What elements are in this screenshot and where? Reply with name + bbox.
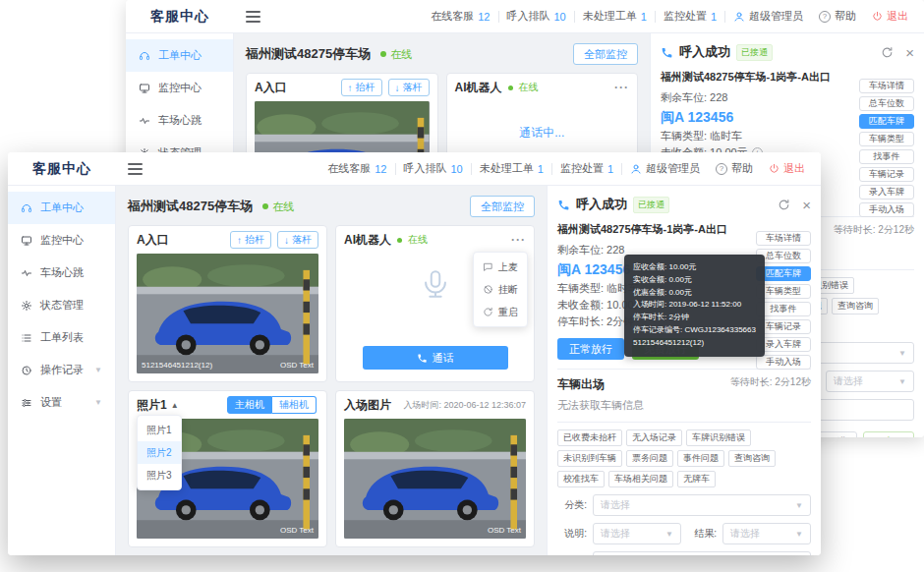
photo-option-1[interactable]: 照片1 <box>138 419 181 441</box>
ai-title: AI机器人 <box>455 80 502 96</box>
all-monitor-button[interactable]: 全部监控 <box>573 43 638 65</box>
more-icon[interactable]: ··· <box>614 81 629 94</box>
calling-status: 通话中... <box>519 125 564 142</box>
help-button[interactable]: ? 帮助 <box>811 9 864 24</box>
side-button-manual-entry[interactable]: 手动入场 <box>756 355 811 370</box>
lower-barrier-button[interactable]: ↓ 落杆 <box>277 231 318 249</box>
sidebar-item-monitor-center[interactable]: 监控中心 <box>8 224 115 257</box>
arrow-up-icon: ↑ <box>237 235 242 246</box>
online-status: 在线 <box>272 200 294 214</box>
sidebar-item-settings[interactable]: 设置 ▼ <box>8 386 115 419</box>
tag-paid-not-raised[interactable]: 已收费未抬杆 <box>557 429 622 446</box>
tag-inquiry[interactable]: 查询咨询 <box>728 450 776 467</box>
result-select[interactable]: 请选择 ▼ <box>722 523 811 544</box>
result-select[interactable]: 请选择 ▼ <box>826 371 914 392</box>
sidebar-item-workorder-center[interactable]: 工单中心 <box>8 192 115 224</box>
tag-inquiry[interactable]: 查询咨询 <box>832 298 879 315</box>
sidebar-item-status-management[interactable]: 状态管理 <box>8 289 115 321</box>
entry-time: 入场时间: 2020-06-12 12:36:07 <box>403 399 526 412</box>
entry-photo[interactable]: OSD Text <box>344 419 526 539</box>
person-icon <box>630 163 642 175</box>
tag-event-issue[interactable]: 事件问题 <box>677 450 724 467</box>
call-button[interactable]: 通话 <box>363 346 508 370</box>
done-button[interactable]: 已完成 <box>863 431 914 437</box>
side-button-manual-entry[interactable]: 手动入场 <box>859 202 914 217</box>
logout-button[interactable]: 退出 <box>761 161 813 176</box>
tag-find-car[interactable]: 校准找车 <box>557 471 605 487</box>
ai-title: AI机器人 <box>344 232 391 249</box>
main-camera-toggle[interactable]: 主相机 <box>227 396 272 414</box>
side-button-lot-detail[interactable]: 车场详情 <box>859 79 914 93</box>
tag-ticket-issue[interactable]: 票务问题 <box>626 450 673 467</box>
chevron-down-icon: ▼ <box>898 349 906 358</box>
sidebar-item-parking-heartbeat[interactable]: 车场心跳 <box>126 104 233 137</box>
all-monitor-button[interactable]: 全部监控 <box>470 196 535 217</box>
side-button-vehicle-type[interactable]: 车辆类型 <box>859 132 914 146</box>
menu-item-hangup[interactable]: 挂断 <box>474 278 527 301</box>
sidebar-item-workorder-list[interactable]: 工单列表 <box>8 321 115 354</box>
lower-label: 落杆 <box>403 81 423 94</box>
nav-pending-orders[interactable]: 未处理工单 1 <box>575 9 655 24</box>
desc-select[interactable]: 请选择 ▼ <box>593 523 681 544</box>
sub-camera-toggle[interactable]: 辅相机 <box>272 396 317 414</box>
normal-pass-button[interactable]: 正常放行 <box>557 338 624 360</box>
admin-badge[interactable]: 超级管理员 <box>622 161 708 176</box>
sidebar-item-workorder-center[interactable]: 工单中心 <box>126 39 233 72</box>
refresh-icon[interactable] <box>778 199 790 211</box>
tag-no-plate[interactable]: 无牌车 <box>677 471 716 487</box>
nav-monitor-handle[interactable]: 监控处置 1 <box>552 161 621 176</box>
photo-option-3[interactable]: 照片3 <box>138 464 181 486</box>
side-button-lot-detail[interactable]: 车场详情 <box>756 231 811 246</box>
more-icon[interactable]: ··· <box>511 233 526 247</box>
photo-option-2[interactable]: 照片2 <box>138 441 181 464</box>
station-title: 福州测试48275停车场-1岗亭-A出口 <box>557 222 750 237</box>
nav-call-queue[interactable]: 呼入排队 10 <box>396 161 471 176</box>
gate-title: A入口 <box>137 232 169 249</box>
nav-call-queue[interactable]: 呼入排队 10 <box>499 9 574 24</box>
sidebar-item-operation-log[interactable]: 操作记录 ▼ <box>8 354 115 386</box>
nav-online-agents[interactable]: 在线客服 12 <box>319 161 394 176</box>
nav-online-agents[interactable]: 在线客服 12 <box>423 9 497 24</box>
side-button-match-plate[interactable]: 匹配车牌 <box>859 114 914 129</box>
help-button[interactable]: ? 帮助 <box>708 161 761 176</box>
admin-badge[interactable]: 超级管理员 <box>725 9 811 24</box>
logout-button[interactable]: 退出 <box>864 9 916 24</box>
nav-monitor-handle[interactable]: 监控处置 1 <box>656 9 724 24</box>
nav-pending-orders[interactable]: 未处理工单 1 <box>472 161 551 176</box>
app-header: 客服中心 在线客服 12 呼入排队 10 未处理工单 1 <box>126 0 924 33</box>
gate-camera-feed[interactable]: 5121546451212(12) OSD Text <box>137 254 318 373</box>
nav-monitor-count: 1 <box>711 11 717 23</box>
app-header: 客服中心 在线客服 12 呼入排队 10 未处理工单 1 <box>8 152 821 186</box>
note-input[interactable] <box>593 551 811 555</box>
side-button-find-event[interactable]: 找事件 <box>859 149 914 164</box>
menu-item-mic-on[interactable]: 上麦 <box>474 256 527 278</box>
menu-collapse-icon[interactable] <box>246 11 260 23</box>
menu-item-restart[interactable]: 重启 <box>474 301 527 323</box>
menu-collapse-icon[interactable] <box>128 163 143 175</box>
online-dot <box>380 51 386 57</box>
photo-select-trigger[interactable]: 照片1 ▲ <box>137 397 179 414</box>
monitor-icon <box>21 235 32 247</box>
chevron-down-icon: ▼ <box>898 377 906 386</box>
raise-barrier-button[interactable]: ↑ 抬杆 <box>341 79 382 96</box>
entry-photo-card: 入场图片 入场时间: 2020-06-12 12:36:07 OSD Text <box>335 390 535 547</box>
category-select[interactable]: 请选择 ▼ <box>593 494 811 516</box>
refresh-icon[interactable] <box>881 46 894 59</box>
close-icon[interactable]: × <box>802 198 811 212</box>
tag-no-entry-record[interactable]: 无入场记录 <box>626 429 682 446</box>
close-icon[interactable]: × <box>905 45 914 60</box>
sidebar-item-parking-heartbeat[interactable]: 车场心跳 <box>8 257 115 289</box>
raise-barrier-button[interactable]: ↑ 抬杆 <box>230 231 271 249</box>
side-button-total-spaces[interactable]: 总车位数 <box>859 96 914 111</box>
tag-vehicle-not-detected[interactable]: 未识别到车辆 <box>557 450 622 467</box>
sidebar-item-monitor-center[interactable]: 监控中心 <box>126 72 233 104</box>
menu-item-label: 重启 <box>498 306 518 319</box>
fee-tooltip: 应收金额: 10.00元 实收金额: 0.00元 优惠金额: 0.00元 入场时… <box>624 255 765 357</box>
tag-plate-misread[interactable]: 车牌识别错误 <box>686 429 751 446</box>
person-icon <box>733 11 745 23</box>
plate-number[interactable]: 闽A 123456 <box>661 106 853 128</box>
lower-barrier-button[interactable]: ↓ 落杆 <box>388 79 430 96</box>
side-button-vehicle-records[interactable]: 车辆记录 <box>859 167 914 182</box>
side-button-enter-plate[interactable]: 录入车牌 <box>859 185 914 200</box>
tag-lot-related[interactable]: 车场相关问题 <box>608 471 673 487</box>
